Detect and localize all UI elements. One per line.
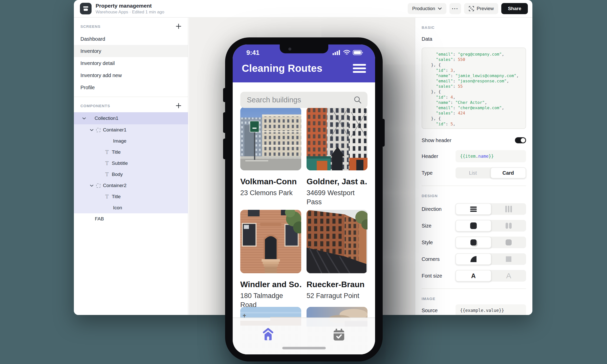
direction-columns-option[interactable] [491, 203, 526, 215]
tree-item-collection1[interactable]: Collection1 [74, 112, 188, 124]
sidebar-item-profile[interactable]: Profile [74, 81, 188, 94]
type-field-label: Type [422, 170, 432, 176]
font-small-option[interactable]: A [491, 270, 526, 282]
storage-box-icon [80, 3, 92, 14]
square-corner-icon [506, 256, 511, 262]
environment-label: Production [412, 6, 435, 11]
size-large-option[interactable] [456, 220, 491, 232]
style-label: Style [422, 240, 433, 245]
font-large-icon: A [471, 272, 476, 280]
add-screen-button[interactable] [175, 22, 182, 30]
home-icon [260, 327, 276, 343]
components-section-label: COMPONENTS [80, 104, 110, 108]
toggle-knob [521, 138, 525, 143]
card-subtitle: 34699 Westport Pass [307, 188, 367, 207]
app-title: Cleaning Routes [242, 63, 322, 74]
tree-item-subtitle[interactable]: T Subtitle [74, 158, 188, 169]
corners-segmented-control [456, 253, 526, 265]
left-sidebar: SCREENS Dashboard Inventory Inventory de… [74, 18, 188, 315]
signal-icon [333, 50, 341, 55]
header-field-label: Header [422, 153, 438, 159]
tree-item-label: Title [112, 194, 121, 199]
tree-item-label: Container1 [103, 127, 126, 133]
shadow-card-icon [470, 239, 476, 245]
nav-home-tab[interactable] [258, 327, 278, 343]
font-large-option[interactable]: A [456, 270, 491, 282]
text-icon: T [105, 160, 109, 166]
tree-item-fab[interactable]: FAB [74, 213, 188, 224]
environment-dropdown[interactable]: Production [408, 3, 446, 14]
share-button[interactable]: Share [501, 3, 528, 14]
phone-power-button [382, 119, 385, 147]
tree-item-container2[interactable]: Container2 [74, 180, 188, 191]
corners-square-option[interactable] [491, 253, 526, 265]
phone-mockup: 9:41 Cleaning Ro [225, 37, 383, 361]
style-segmented-control [456, 237, 526, 248]
more-menu-button[interactable]: ··· [449, 3, 461, 14]
sidebar-item-inventory-detail[interactable]: Inventory detail [74, 57, 188, 69]
type-option-card[interactable]: Card [490, 167, 526, 178]
tree-item-title[interactable]: T Title [74, 147, 188, 158]
data-code-editor[interactable]: "email": "greg@company.com", "sales": 55… [422, 48, 526, 129]
tree-item-label: Image [113, 138, 126, 144]
direction-label: Direction [422, 206, 442, 212]
header-value-field[interactable]: {{item.name}} [456, 150, 526, 162]
sidebar-item-dashboard[interactable]: Dashboard [74, 33, 188, 45]
tree-item-container1[interactable]: Container1 [74, 124, 188, 135]
container-icon [96, 128, 100, 132]
titlebar: Property management Warehouse Apps · Edi… [74, 0, 532, 18]
show-header-toggle[interactable] [515, 137, 526, 143]
building-card[interactable]: Goldner, Jast a… 34699 Westport Pass [307, 107, 367, 207]
building-card[interactable]: Volkman-Conn 23 Clemons Park [240, 107, 301, 207]
plus-icon [176, 24, 181, 29]
building-card[interactable]: Windler and So… 180 Talmadge Road [240, 210, 301, 309]
preview-button[interactable]: Preview [464, 3, 498, 14]
section-divider [422, 186, 526, 186]
share-label: Share [508, 6, 521, 11]
sidebar-item-inventory-add-new[interactable]: Inventory add new [74, 69, 188, 81]
type-option-list[interactable]: List [456, 167, 490, 178]
home-indicator[interactable] [282, 347, 326, 349]
search-input[interactable]: Search buildings [240, 92, 367, 108]
page-title: Property management [96, 3, 164, 9]
search-placeholder: Search buildings [247, 96, 301, 104]
source-value-field[interactable]: {{example.value}} [456, 304, 526, 315]
building-card[interactable]: Ruecker-Braun 52 Farragut Point [307, 210, 367, 309]
hamburger-menu-icon[interactable] [353, 64, 366, 73]
data-field-label: Data [422, 36, 526, 42]
style-flat-option[interactable] [491, 237, 526, 248]
columns-icon [505, 206, 512, 212]
page-subtitle: Warehouse Apps · Edited 1 min ago [96, 10, 164, 15]
rounded-corner-icon [470, 256, 476, 262]
phone-notch [280, 44, 328, 53]
text-icon: T [105, 149, 109, 155]
style-shadow-option[interactable] [456, 237, 491, 248]
tree-item-label: Title [112, 149, 121, 155]
sidebar-divider [74, 97, 188, 97]
text-icon: T [105, 171, 109, 177]
basic-section-label: BASIC [422, 25, 526, 30]
sidebar-item-inventory[interactable]: Inventory [74, 45, 188, 57]
tree-item-label: Icon [113, 205, 122, 211]
building-photo [240, 107, 301, 170]
tree-item-image[interactable]: Image [74, 135, 188, 147]
show-header-label: Show header [422, 138, 451, 143]
add-component-button[interactable] [175, 102, 182, 109]
tree-item-title2[interactable]: T Title [74, 191, 188, 202]
tree-item-body[interactable]: T Body [74, 169, 188, 180]
design-section-label: DESIGN [422, 194, 526, 198]
direction-rows-option[interactable] [456, 203, 491, 215]
small-rects-icon [506, 223, 512, 229]
corners-rounded-option[interactable] [456, 253, 491, 265]
size-small-option[interactable] [491, 220, 526, 232]
camera-dot [288, 48, 291, 51]
image-section-label: IMAGE [422, 297, 526, 301]
tree-item-label: FAB [95, 216, 104, 222]
size-segmented-control [456, 220, 526, 232]
font-size-label: Font size [422, 273, 442, 279]
tree-item-icon[interactable]: Icon [74, 202, 188, 213]
large-square-icon [470, 222, 477, 229]
font-small-icon: A [506, 271, 511, 280]
flat-card-icon [506, 239, 512, 245]
nav-calendar-tab[interactable] [329, 327, 349, 343]
